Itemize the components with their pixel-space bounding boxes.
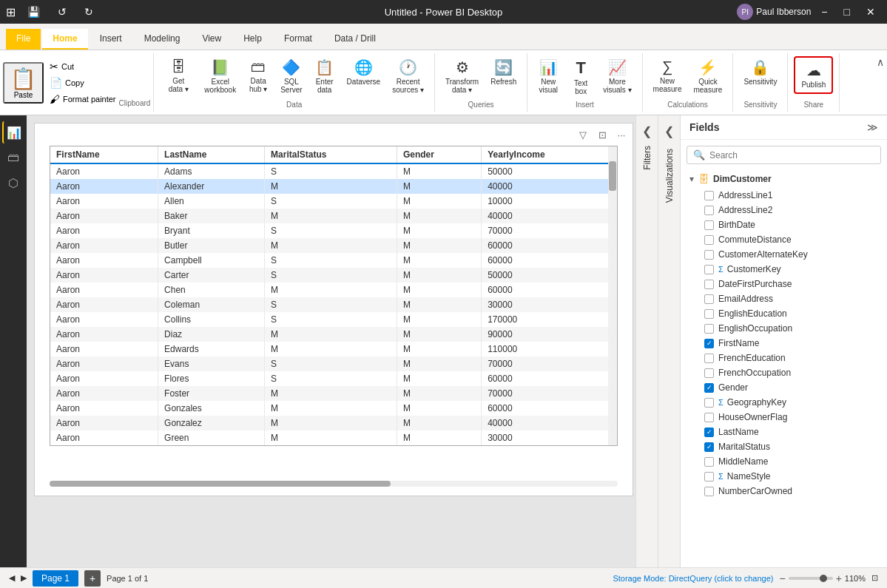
sidebar-data-icon[interactable]: 🗃 [2, 146, 24, 169]
table-row[interactable]: AaronButlerMM60000 [50, 238, 617, 253]
field-checkbox[interactable] [704, 280, 714, 289]
table-row[interactable]: AaronEvansSM70000 [50, 356, 617, 371]
field-checkbox[interactable] [704, 250, 714, 260]
quick-measure-button[interactable]: ⚡ Quickmeasure [689, 56, 726, 96]
paste-button[interactable]: 📋 Paste [3, 62, 44, 104]
field-item[interactable]: FrenchOccupation [681, 365, 887, 380]
zoom-out-button[interactable]: − [779, 572, 785, 584]
scrollbar-h-thumb[interactable] [50, 481, 391, 487]
field-item[interactable]: DateFirstPurchase [681, 277, 887, 291]
storage-mode-text[interactable]: Storage Mode: DirectQuery (click to chan… [613, 574, 773, 583]
table-row[interactable]: AaronChenMM60000 [50, 283, 617, 297]
table-row[interactable]: AaronGreenMM30000 [50, 430, 617, 445]
more-visuals-button[interactable]: 📈 Morevisuals ▾ [598, 56, 635, 96]
tab-home[interactable]: Home [42, 29, 87, 50]
tab-help[interactable]: Help [233, 29, 272, 50]
field-item[interactable]: EmailAddress [681, 291, 887, 306]
field-checkbox[interactable] [704, 368, 714, 378]
ribbon-collapse-icon[interactable]: ∧ [877, 56, 884, 68]
sensitivity-button[interactable]: 🔒 Sensitivity [739, 56, 781, 88]
page-nav-next[interactable]: ▶ [21, 573, 27, 583]
page-nav-prev[interactable]: ◀ [9, 573, 15, 583]
copy-button[interactable]: 📄 Copy [47, 75, 119, 90]
cut-button[interactable]: ✂ Cut [47, 59, 119, 74]
undo-button[interactable]: ↺ [52, 3, 72, 21]
page-1-tab[interactable]: Page 1 [33, 570, 78, 587]
zoom-slider[interactable] [789, 577, 833, 580]
table-item-dimcustomer[interactable]: ▾ 🗄 DimCustomer [681, 170, 887, 188]
field-item[interactable]: ✓MaritalStatus [681, 439, 887, 454]
tab-view[interactable]: View [192, 29, 232, 50]
field-checkbox[interactable] [704, 191, 714, 200]
data-hub-button[interactable]: 🗃 Datahub ▾ [243, 56, 273, 95]
field-item[interactable]: ✓Gender [681, 380, 887, 395]
field-checkbox[interactable]: ✓ [704, 383, 714, 393]
table-row[interactable]: AaronCollinsSM170000 [50, 312, 617, 327]
table-row[interactable]: AaronBakerMM40000 [50, 209, 617, 223]
field-checkbox[interactable] [704, 354, 714, 363]
scrollbar-h[interactable] [50, 481, 618, 487]
fit-page-icon[interactable]: ⊡ [871, 573, 878, 583]
get-data-button[interactable]: 🗄 Getdata ▾ [160, 56, 197, 95]
format-painter-button[interactable]: 🖌 Format painter [47, 92, 119, 107]
field-checkbox[interactable]: ✓ [704, 428, 714, 437]
field-checkbox[interactable]: ✓ [704, 442, 714, 452]
field-checkbox[interactable] [704, 265, 714, 274]
field-item[interactable]: AddressLine2 [681, 203, 887, 217]
field-item[interactable]: CommuteDistance [681, 232, 887, 247]
publish-button[interactable]: ☁ Publish [797, 59, 830, 91]
field-item[interactable]: Σ GeographyKey [681, 395, 887, 410]
field-checkbox[interactable] [704, 235, 714, 245]
field-checkbox[interactable] [704, 457, 714, 467]
sql-server-button[interactable]: 🔷 SQLServer [276, 56, 306, 96]
field-item[interactable]: MiddleName [681, 454, 887, 469]
new-visual-button[interactable]: 📊 Newvisual [533, 56, 563, 96]
field-item[interactable]: BirthDate [681, 217, 887, 232]
visualizations-tab[interactable]: Visualizations [661, 144, 678, 207]
minimize-button[interactable]: − [815, 3, 833, 21]
field-checkbox[interactable] [704, 324, 714, 334]
field-item[interactable]: ✓LastName [681, 425, 887, 439]
search-input[interactable] [709, 150, 874, 160]
zoom-thumb[interactable] [820, 575, 827, 582]
field-checkbox[interactable] [704, 206, 714, 215]
tab-datadrill[interactable]: Data / Drill [324, 29, 386, 50]
add-page-button[interactable]: + [84, 570, 101, 587]
field-item[interactable]: HouseOwnerFlag [681, 410, 887, 425]
field-checkbox[interactable] [704, 472, 714, 481]
table-row[interactable]: AaronDiazMM90000 [50, 327, 617, 342]
focus-mode-icon[interactable]: ⊡ [594, 126, 610, 143]
new-measure-button[interactable]: ∑ Newmeasure [649, 56, 687, 95]
transform-data-button[interactable]: ⚙ Transformdata ▾ [441, 56, 483, 96]
more-options-icon[interactable]: ··· [613, 126, 630, 143]
field-checkbox[interactable] [704, 294, 714, 304]
field-item[interactable]: Σ CustomerKey [681, 262, 887, 277]
field-checkbox[interactable] [704, 487, 714, 496]
refresh-button[interactable]: 🔄 Refresh [486, 56, 521, 88]
table-row[interactable]: AaronCarterSM50000 [50, 268, 617, 283]
excel-workbook-button[interactable]: 📗 Excelworkbook [200, 56, 240, 96]
field-item[interactable]: EnglishEducation [681, 306, 887, 321]
tab-insert[interactable]: Insert [90, 29, 132, 50]
table-row[interactable]: AaronAdamsSM50000 [50, 163, 617, 179]
tab-format[interactable]: Format [274, 29, 323, 50]
filters-tab[interactable]: Filters [639, 141, 655, 175]
table-row[interactable]: AaronAllenSM10000 [50, 194, 617, 209]
scrollbar-thumb[interactable] [609, 161, 616, 191]
table-row[interactable]: AaronBryantSM70000 [50, 223, 617, 238]
field-checkbox[interactable]: ✓ [704, 339, 714, 348]
table-row[interactable]: AaronColemanSM30000 [50, 297, 617, 312]
field-item[interactable]: NumberCarOwned [681, 484, 887, 499]
field-item[interactable]: CustomerAlternateKey [681, 247, 887, 262]
tab-file[interactable]: File [6, 29, 41, 50]
table-row[interactable]: AaronGonzalezMM40000 [50, 416, 617, 430]
text-box-button[interactable]: T Textbox [566, 56, 596, 98]
table-row[interactable]: AaronCampbellSM60000 [50, 253, 617, 268]
table-row[interactable]: AaronEdwardsMM110000 [50, 342, 617, 356]
field-checkbox[interactable] [704, 398, 714, 408]
sidebar-report-icon[interactable]: 📊 [2, 121, 24, 143]
fields-expand-icon[interactable]: ≫ [867, 121, 878, 133]
filter-icon[interactable]: ▽ [575, 126, 591, 143]
field-item[interactable]: EnglishOccupation [681, 321, 887, 336]
table-row[interactable]: AaronAlexanderMM40000 [50, 179, 617, 194]
